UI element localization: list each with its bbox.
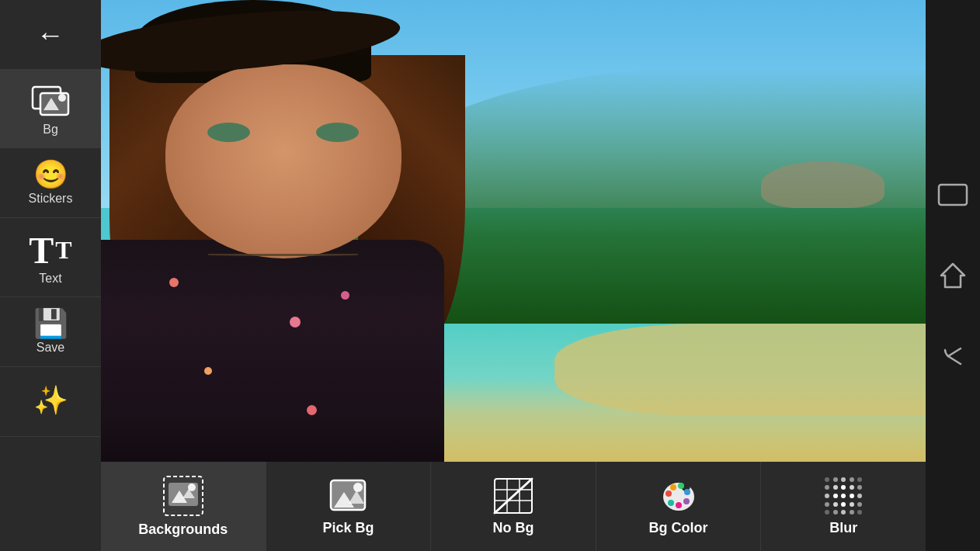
svg-marker-29 [941,264,964,287]
eye-right [316,123,359,142]
text-icon: TT [29,229,71,272]
bg-label: Bg [43,123,58,137]
sidebar-item-effects[interactable]: ✨ [0,367,101,437]
no-bg-svg [492,476,534,515]
svg-point-8 [188,483,196,491]
back-nav-button[interactable] [936,339,970,373]
save-label: Save [36,341,64,355]
back-button[interactable]: ← [0,0,101,70]
stickers-label: Stickers [29,192,73,206]
flower4 [341,291,349,300]
flower5 [307,405,317,415]
toolbar-item-pick-bg[interactable]: Pick Bg [266,462,432,551]
home-icon [939,262,967,289]
eye-left [207,123,250,142]
flower2 [290,317,301,327]
effects-icon: ✨ [33,386,68,414]
bottom-toolbar: Backgrounds Pick Bg [101,462,926,551]
sidebar-item-bg[interactable]: Bg [0,70,101,148]
bg-color-label: Bg Color [649,520,708,536]
flower3 [204,367,212,375]
stickers-icon: 😊 [33,161,68,189]
body-dress [101,240,444,462]
palette-svg [659,476,698,515]
svg-rect-28 [939,185,967,205]
person-area [101,0,530,462]
save-icon: 💾 [33,310,68,338]
toolbar-item-blur[interactable]: Blur [761,462,926,551]
svg-point-12 [353,483,363,492]
svg-point-26 [676,502,682,508]
android-nav-bar [926,0,980,551]
backgrounds-icon [162,475,204,517]
no-bg-label: No Bg [492,520,533,536]
backgrounds-icon-wrapper [162,475,204,517]
blur-icon [824,476,863,515]
pick-bg-svg [327,476,369,515]
bg-color-icon [658,476,700,515]
flower1 [169,278,179,287]
svg-point-25 [683,498,690,504]
svg-point-23 [678,483,684,489]
recent-apps-button[interactable] [936,178,970,212]
backgrounds-label: Backgrounds [138,522,228,538]
svg-line-18 [495,479,532,513]
blur-label: Blur [829,520,857,536]
left-sidebar: ← Bg 😊 Stickers TT Text 💾 Save ✨ [0,0,101,551]
svg-point-22 [670,484,676,490]
canvas-area [101,0,926,462]
back-nav-icon [939,342,967,370]
svg-point-21 [665,490,672,497]
toolbar-item-backgrounds[interactable]: Backgrounds [101,462,266,551]
pick-bg-label: Pick Bg [322,520,374,536]
sidebar-item-stickers[interactable]: 😊 Stickers [0,148,101,218]
pick-bg-icon [327,476,369,515]
home-button[interactable] [936,258,970,293]
svg-point-3 [58,94,66,102]
recent-apps-icon [937,183,968,206]
toolbar-item-no-bg[interactable]: No Bg [431,462,596,551]
svg-point-27 [668,500,674,506]
text-label: Text [39,272,61,286]
toolbar-item-bg-color[interactable]: Bg Color [596,462,762,551]
sidebar-item-save[interactable]: 💾 Save [0,297,101,367]
main-area: Backgrounds Pick Bg [101,0,926,551]
back-icon: ← [36,19,64,51]
no-bg-icon [492,476,534,515]
sidebar-item-text[interactable]: TT Text [0,218,101,297]
bg-icon [31,81,70,120]
face [165,64,401,258]
svg-point-24 [684,489,690,495]
